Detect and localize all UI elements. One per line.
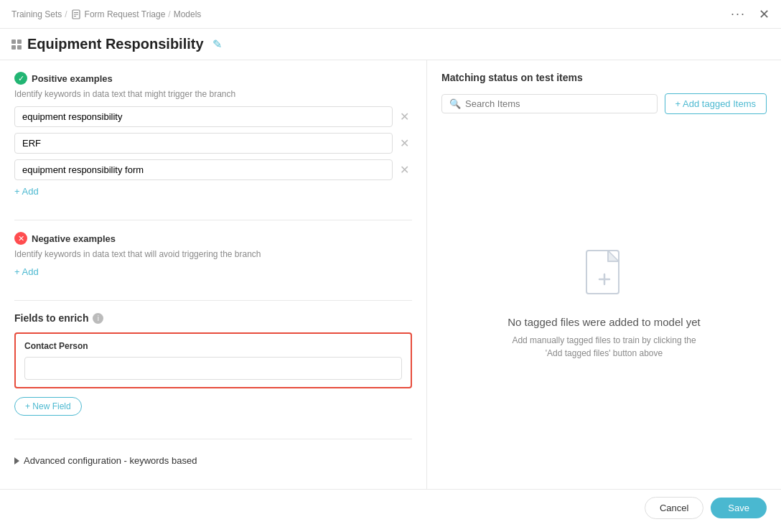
- remove-keyword-2[interactable]: ✕: [397, 163, 412, 177]
- negative-error-icon: ✕: [14, 232, 27, 245]
- fields-to-enrich-section: Fields to enrich i Contact Person + New …: [14, 312, 412, 427]
- negative-section-title: Negative examples: [32, 233, 116, 244]
- advanced-config-label: Advanced configuration - keywords based: [24, 455, 197, 466]
- keyword-row-1: ✕: [14, 133, 412, 154]
- add-tagged-button[interactable]: + Add tagged Items: [665, 93, 767, 114]
- positive-section-subtitle: Identify keywords in data text that migh…: [14, 89, 412, 99]
- empty-title: No tagged files were added to model yet: [508, 316, 701, 328]
- negative-section-header: ✕ Negative examples: [14, 232, 412, 245]
- breadcrumb-part3: Models: [174, 9, 202, 19]
- save-button[interactable]: Save: [711, 498, 767, 518]
- search-input[interactable]: [465, 98, 650, 109]
- cancel-button[interactable]: Cancel: [645, 497, 703, 519]
- breadcrumb-part2: Form Request Triage: [85, 9, 166, 19]
- top-bar-actions: ··· ✕: [726, 5, 770, 23]
- grid-icon: [11, 39, 22, 50]
- negative-examples-section: ✕ Negative examples Identify keywords in…: [14, 232, 412, 289]
- breadcrumb: Training Sets / Form Request Triage / Mo…: [11, 9, 201, 20]
- keyword-input-1[interactable]: [14, 133, 393, 154]
- add-positive-button[interactable]: + Add: [14, 186, 39, 197]
- fields-title: Fields to enrich: [14, 312, 88, 324]
- breadcrumb-sep2: /: [168, 9, 170, 19]
- page-title-bar: Equipment Responsibility ✎: [0, 29, 781, 60]
- left-panel: ✓ Positive examples Identify keywords in…: [0, 60, 427, 489]
- form-icon: [70, 9, 82, 20]
- keyword-input-0[interactable]: [14, 106, 393, 127]
- remove-keyword-1[interactable]: ✕: [397, 136, 412, 151]
- right-panel-title: Matching status on test items: [441, 72, 767, 83]
- top-bar: Training Sets / Form Request Triage / Mo…: [0, 0, 781, 29]
- fields-title-row: Fields to enrich i: [14, 312, 412, 324]
- empty-subtitle: Add manually tagged files to train by cl…: [511, 334, 698, 360]
- remove-keyword-0[interactable]: ✕: [397, 110, 412, 124]
- search-icon: 🔍: [449, 98, 461, 109]
- positive-examples-section: ✓ Positive examples Identify keywords in…: [14, 72, 412, 208]
- positive-section-header: ✓ Positive examples: [14, 72, 412, 85]
- positive-check-icon: ✓: [14, 72, 27, 85]
- contact-person-field-group: Contact Person: [14, 332, 412, 388]
- keyword-row-0: ✕: [14, 106, 412, 127]
- info-icon: i: [93, 313, 103, 324]
- positive-section-title: Positive examples: [32, 73, 113, 84]
- edit-title-button[interactable]: ✎: [212, 37, 222, 51]
- contact-person-input[interactable]: [24, 357, 402, 380]
- breadcrumb-sep1: /: [65, 9, 67, 19]
- contact-person-label: Contact Person: [24, 341, 402, 351]
- breadcrumb-part1: Training Sets: [11, 9, 62, 19]
- chevron-right-icon: [14, 457, 19, 465]
- add-negative-button[interactable]: + Add: [14, 266, 39, 277]
- new-field-button[interactable]: + New Field: [14, 397, 82, 416]
- empty-file-icon: [579, 247, 630, 304]
- keyword-row-2: ✕: [14, 159, 412, 180]
- more-options-button[interactable]: ···: [726, 5, 750, 23]
- page-title: Equipment Responsibility: [27, 36, 204, 52]
- search-row: 🔍 + Add tagged Items: [441, 93, 767, 114]
- empty-state: No tagged files were added to model yet …: [441, 129, 767, 477]
- advanced-config-row[interactable]: Advanced configuration - keywords based: [14, 451, 412, 470]
- main-layout: ✓ Positive examples Identify keywords in…: [0, 60, 781, 489]
- keyword-input-2[interactable]: [14, 159, 393, 180]
- advanced-config-section: Advanced configuration - keywords based: [14, 451, 412, 470]
- footer: Cancel Save: [0, 489, 781, 526]
- right-panel: Matching status on test items 🔍 + Add ta…: [427, 60, 781, 489]
- negative-section-subtitle: Identify keywords in data text that will…: [14, 249, 412, 259]
- search-input-wrap: 🔍: [441, 94, 658, 113]
- close-button[interactable]: ✕: [759, 8, 770, 21]
